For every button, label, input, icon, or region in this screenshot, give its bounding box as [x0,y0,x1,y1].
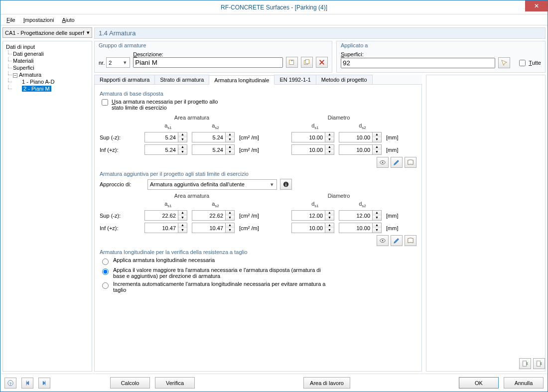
inf-row-label: Inf (+z): [100,147,144,153]
shear-opt2-label: Applica il valore maggiore tra l'armatur… [113,267,327,279]
preview-button-2[interactable] [377,235,389,246]
tree-toggle-icon[interactable]: − [13,73,17,78]
close-button[interactable]: ✕ [525,0,548,11]
base-inf-d1[interactable]: ▲▼ [291,144,334,155]
shear-opt1-radio[interactable] [102,259,109,265]
tab-longitudinal[interactable]: Armatura longitudinale [209,75,274,85]
tree-root[interactable]: Dati di input [4,43,91,50]
tab-layer[interactable]: Strato di armatura [154,75,209,84]
as2-header: as2 [192,123,239,130]
case-selector[interactable]: CA1 - Progettazione delle superf ▾ [2,27,92,38]
chevron-down-icon: ▾ [122,59,129,66]
menu-file[interactable]: File [3,16,18,24]
svg-text:i: i [285,182,286,187]
next-button[interactable] [38,378,50,389]
tab-method[interactable]: Metodo di progetto [316,75,373,84]
menu-settings[interactable]: Impostazioni [20,16,57,24]
description-input[interactable] [133,57,283,68]
info-button[interactable]: i [280,179,292,190]
shear-opt3-radio[interactable] [102,282,109,289]
new-group-button[interactable] [286,57,298,68]
tab-en1992[interactable]: EN 1992-1-1 [274,75,316,84]
shear-opt3-label: Incrementa automaticamente l'armatura lo… [113,281,327,293]
add-inf-d1[interactable]: ▲▼ [291,223,334,233]
pick-surface-button[interactable] [498,57,510,68]
library-button[interactable] [405,157,416,168]
svg-text:?: ? [9,381,12,386]
copy-group-button[interactable] [301,57,313,68]
add-sup-d1[interactable]: ▲▼ [291,210,334,221]
library-button-2[interactable] [405,235,416,246]
use-required-checkbox[interactable] [102,99,108,106]
approach-select[interactable]: Armatura aggiuntiva definita dall'utente… [147,179,277,190]
verify-button[interactable]: Verifica [155,377,195,389]
title-bar: RF-CONCRETE Surfaces - [Parking (4)] ✕ [0,0,548,14]
svg-point-8 [382,240,384,242]
base-inf-d2[interactable]: ▲▼ [339,144,382,155]
help-button[interactable]: ? [4,378,16,389]
export-button-2[interactable] [533,358,545,369]
section-heading: 1.4 Armatura [94,27,546,39]
nav-tree[interactable]: Dati di input Dati generali Materiali Su… [2,41,92,372]
all-checkbox-wrap[interactable]: Tutte [517,58,541,68]
add-sup-d2[interactable]: ▲▼ [339,210,382,221]
shear-title: Armatura longitudinale per la verifica d… [100,249,416,255]
cancel-button[interactable]: Annulla [504,377,544,389]
prev-button[interactable] [21,378,33,389]
nr-value: 2 [109,60,112,66]
ds2-header: ds2 [339,123,386,130]
add-sup-a2[interactable]: ▲▼ [192,210,235,221]
tree-item-2[interactable]: 2 - Piani M [4,85,91,92]
edit-button[interactable] [391,157,403,168]
surfaces-label: Superfici: [341,51,364,57]
tree-item-materials[interactable]: Materiali [4,57,91,64]
case-selector-value: CA1 - Progettazione delle superf [5,30,84,36]
delete-group-button[interactable] [316,57,328,68]
diam-header: Diametro [291,115,386,121]
workarea-button[interactable]: Area di lavoro [303,377,350,389]
base-sup-a1[interactable]: ▲▼ [144,132,187,142]
tree-item-general[interactable]: Dati generali [4,50,91,57]
base-inf-a2[interactable]: ▲▼ [192,144,235,155]
menu-bar: File Impostazioni Aiuto [0,14,548,25]
shear-opt2-radio[interactable] [102,268,109,275]
sup-row-label: Sup (-z): [100,134,144,140]
all-checkbox[interactable] [519,60,526,66]
base-inf-a1[interactable]: ▲▼ [144,144,187,155]
surfaces-input[interactable] [341,58,495,68]
ok-button[interactable]: OK [459,377,499,389]
svg-rect-9 [523,361,527,367]
tree-item-armatura[interactable]: −Armatura [4,71,91,78]
edit-button-2[interactable] [391,235,403,246]
base-sup-d1[interactable]: ▲▼ [291,132,334,142]
preview-button[interactable] [377,157,389,168]
base-reinf-title: Armatura di base disposta [100,91,416,97]
as1-header: as1 [144,123,192,130]
svg-rect-2 [305,60,309,64]
footer-bar: ? Calcolo Verifica Area di lavoro OK Ann… [0,374,548,392]
calculate-button[interactable]: Calcolo [110,377,150,389]
tree-item-1[interactable]: 1 - Piano A-D [4,78,91,85]
group-reinf-title: Gruppo di armature [99,42,328,48]
svg-point-4 [382,162,384,163]
desc-label: Descrizione: [133,51,163,57]
tree-item-surfaces[interactable]: Superfici [4,64,91,71]
nr-label: nr. [99,60,105,66]
base-sup-a2[interactable]: ▲▼ [192,132,235,142]
use-required-label: Usa armatura necessaria per il progetto … [112,99,218,111]
base-sup-d2[interactable]: ▲▼ [339,132,382,142]
svg-rect-10 [537,361,541,367]
unit-area: [cm² /m] [239,134,272,140]
menu-help[interactable]: Aiuto [59,16,78,24]
add-sup-a1[interactable]: ▲▼ [144,210,187,221]
group-apply-title: Applicato a [341,42,541,48]
export-button-1[interactable] [519,358,531,369]
unit-mm: [mm] [386,134,411,140]
add-inf-a2[interactable]: ▲▼ [192,223,235,233]
area-header: Area armatura [144,115,239,121]
nr-combo[interactable]: 2 ▾ [106,57,130,68]
tab-ratios[interactable]: Rapporti di armatura [94,75,155,84]
add-inf-d2[interactable]: ▲▼ [339,223,382,233]
add-inf-a1[interactable]: ▲▼ [144,223,187,233]
chevron-down-icon: ▾ [87,29,90,36]
